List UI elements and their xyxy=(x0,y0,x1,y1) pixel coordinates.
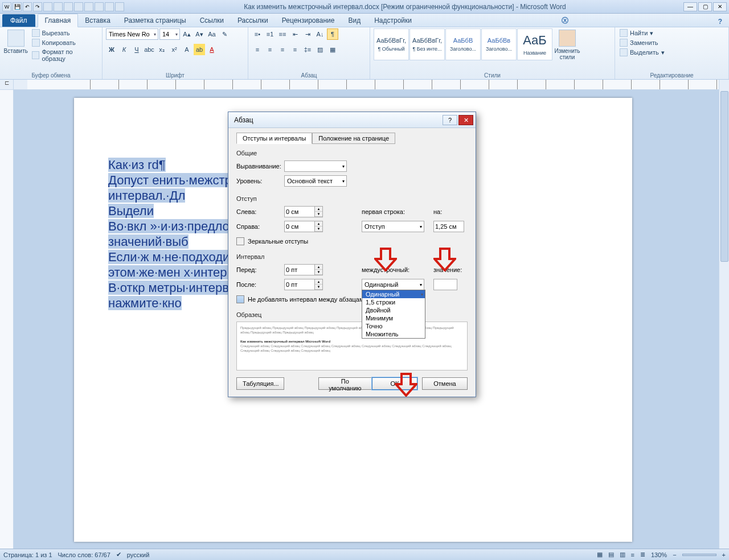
value-input[interactable] xyxy=(433,279,457,290)
dropdown-option[interactable]: Двойной xyxy=(362,306,425,314)
bullets-icon[interactable]: ≡• xyxy=(252,28,263,40)
show-marks-icon[interactable]: ¶ xyxy=(327,28,338,40)
zoom-slider[interactable] xyxy=(682,554,716,556)
shrink-font-icon[interactable]: A▾ xyxy=(194,28,205,40)
bold-icon[interactable]: Ж xyxy=(106,44,117,55)
change-case-icon[interactable]: Aa xyxy=(206,28,218,40)
spin[interactable]: ▲▼ xyxy=(315,279,323,290)
by-input[interactable] xyxy=(433,221,464,232)
alignment-select[interactable] xyxy=(284,160,347,172)
qat-icon[interactable] xyxy=(95,2,104,11)
right-input[interactable] xyxy=(284,221,315,232)
view-print-icon[interactable]: ▦ xyxy=(597,551,603,558)
replace-button[interactable]: Заменить xyxy=(619,38,666,47)
qat-icon[interactable] xyxy=(74,2,83,11)
redo-icon[interactable]: ↷ xyxy=(33,2,42,11)
style-heading2[interactable]: АаБбВвЗаголово... xyxy=(481,28,517,60)
status-words[interactable]: Число слов: 67/67 xyxy=(58,551,110,558)
proofing-icon[interactable]: ✔ xyxy=(116,551,121,558)
align-center-icon[interactable]: ≡ xyxy=(264,44,276,55)
help-icon[interactable]: ? xyxy=(715,17,726,27)
highlight-icon[interactable]: ab xyxy=(194,44,205,55)
zoom-level[interactable]: 130% xyxy=(651,551,667,558)
view-outline-icon[interactable]: ≡ xyxy=(631,551,634,558)
tab-home[interactable]: Главная xyxy=(38,14,79,27)
status-language[interactable]: русский xyxy=(127,551,149,558)
spin[interactable]: ▲▼ xyxy=(315,264,323,275)
dropdown-option[interactable]: Множитель xyxy=(362,330,425,338)
qat-icon[interactable] xyxy=(84,2,93,11)
spin[interactable]: ▲▼ xyxy=(315,206,323,217)
qat-icon[interactable] xyxy=(105,2,114,11)
tab-insert[interactable]: Вставка xyxy=(78,14,117,27)
indent-dec-icon[interactable]: ⇤ xyxy=(289,28,301,40)
level-select[interactable]: Основной текст xyxy=(284,175,347,187)
qat-icon[interactable] xyxy=(115,2,124,11)
tabs-button[interactable]: Табуляция... xyxy=(236,377,284,390)
multilevel-icon[interactable]: ≡≡ xyxy=(277,28,288,40)
qat-icon[interactable] xyxy=(54,2,63,11)
style-title[interactable]: АаБНазвание xyxy=(517,28,552,60)
font-size-select[interactable]: 14 xyxy=(159,28,180,40)
justify-icon[interactable]: ≡ xyxy=(289,44,301,55)
dialog-help-button[interactable]: ? xyxy=(443,115,457,125)
vertical-scrollbar[interactable] xyxy=(719,80,729,549)
ribbon-collapse-icon[interactable]: ⓧ xyxy=(558,15,572,27)
tab-references[interactable]: Ссылки xyxy=(193,14,231,27)
before-input[interactable] xyxy=(284,264,315,275)
file-tab[interactable]: Файл xyxy=(2,14,35,27)
dropdown-option[interactable]: Одинарный xyxy=(362,290,425,298)
vertical-ruler[interactable] xyxy=(0,90,14,549)
line-spacing-icon[interactable]: ‡≡ xyxy=(302,44,313,55)
qat-icon[interactable] xyxy=(43,2,52,11)
style-nospacing[interactable]: АаБбВвГг,¶ Без инте... xyxy=(409,28,445,60)
font-name-select[interactable]: Times New Ro xyxy=(106,28,158,40)
tab-layout[interactable]: Разметка страницы xyxy=(117,14,193,27)
shading-icon[interactable]: ▨ xyxy=(314,44,326,55)
dropdown-option[interactable]: Минимум xyxy=(362,314,425,322)
ruler-corner[interactable]: ⊏ xyxy=(0,80,14,89)
scrollbar-thumb[interactable] xyxy=(720,91,728,262)
undo-icon[interactable]: ↶ xyxy=(23,2,32,11)
clear-formatting-icon[interactable]: ✎ xyxy=(219,28,230,40)
tab-addins[interactable]: Надстройки xyxy=(367,14,419,27)
format-painter-button[interactable]: Формат по образцу xyxy=(31,48,99,63)
dialog-tab-position[interactable]: Положение на странице xyxy=(312,133,395,144)
numbering-icon[interactable]: ≡1 xyxy=(264,28,276,40)
tab-mailings[interactable]: Рассылки xyxy=(231,14,275,27)
after-input[interactable] xyxy=(284,279,315,290)
view-read-icon[interactable]: ▤ xyxy=(608,551,614,558)
style-gallery[interactable]: АаБбВвГг,¶ Обычный АаБбВвГг,¶ Без инте..… xyxy=(374,28,552,60)
superscript-icon[interactable]: x² xyxy=(169,44,180,55)
font-color-icon[interactable]: A xyxy=(206,44,218,55)
text-effects-icon[interactable]: A xyxy=(181,44,193,55)
style-normal[interactable]: АаБбВвГг,¶ Обычный xyxy=(374,28,409,60)
align-right-icon[interactable]: ≡ xyxy=(277,44,288,55)
view-web-icon[interactable]: ▥ xyxy=(620,551,625,558)
cancel-button[interactable]: Отмена xyxy=(422,377,468,390)
noadd-checkbox[interactable] xyxy=(236,295,244,303)
select-button[interactable]: Выделить ▾ xyxy=(619,48,666,57)
tab-review[interactable]: Рецензирование xyxy=(275,14,342,27)
left-input[interactable] xyxy=(284,206,315,217)
style-heading1[interactable]: АаБбВЗаголово... xyxy=(445,28,481,60)
tab-view[interactable]: Вид xyxy=(341,14,367,27)
dialog-close-button[interactable]: ✕ xyxy=(458,115,473,125)
qat-icon[interactable] xyxy=(64,2,73,11)
copy-button[interactable]: Копировать xyxy=(31,38,99,47)
linespacing-dropdown[interactable]: Одинарный 1,5 строки Двойной Минимум Точ… xyxy=(362,290,425,339)
grow-font-icon[interactable]: A▴ xyxy=(181,28,193,40)
underline-icon[interactable]: Ч xyxy=(131,44,142,55)
dialog-titlebar[interactable]: Абзац ? ✕ xyxy=(228,112,476,128)
subscript-icon[interactable]: x₂ xyxy=(156,44,167,55)
cut-button[interactable]: Вырезать xyxy=(31,28,99,38)
spin[interactable]: ▲▼ xyxy=(315,221,323,232)
change-styles-button[interactable]: Изменить стили xyxy=(555,28,580,60)
mirror-checkbox[interactable] xyxy=(236,237,244,245)
save-icon[interactable]: 💾 xyxy=(13,2,22,11)
status-page[interactable]: Страница: 1 из 1 xyxy=(3,551,52,558)
maximize-button[interactable]: ▢ xyxy=(698,2,712,11)
strike-icon[interactable]: abc xyxy=(144,44,155,55)
dropdown-option[interactable]: Точно xyxy=(362,322,425,330)
zoom-in-icon[interactable]: + xyxy=(722,551,726,558)
